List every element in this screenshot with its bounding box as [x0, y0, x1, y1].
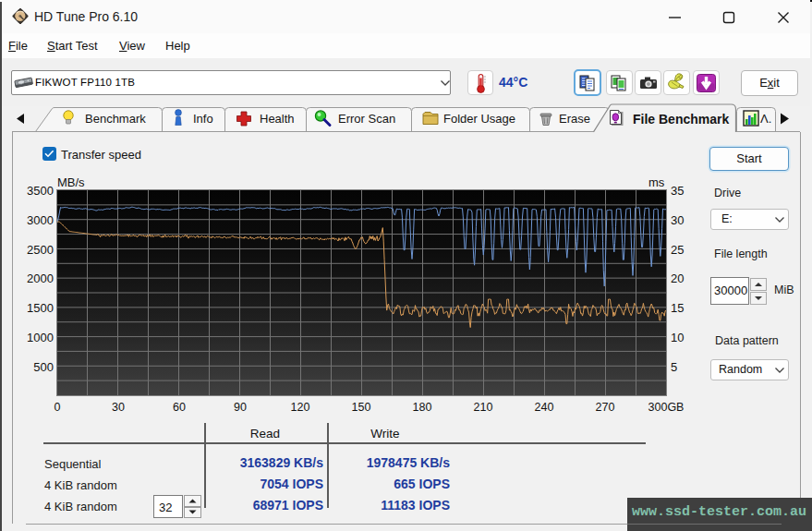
svg-text:Folder Usage: Folder Usage: [443, 112, 515, 126]
svg-text:Error Scan: Error Scan: [338, 112, 395, 126]
svg-text:Λ.: Λ.: [760, 112, 771, 126]
svg-text:Info: Info: [193, 112, 213, 126]
svg-text:Erase: Erase: [559, 112, 590, 126]
svg-text:File Benchmark: File Benchmark: [633, 112, 729, 127]
svg-text:Health: Health: [260, 112, 295, 126]
svg-text:Benchmark: Benchmark: [85, 112, 146, 126]
